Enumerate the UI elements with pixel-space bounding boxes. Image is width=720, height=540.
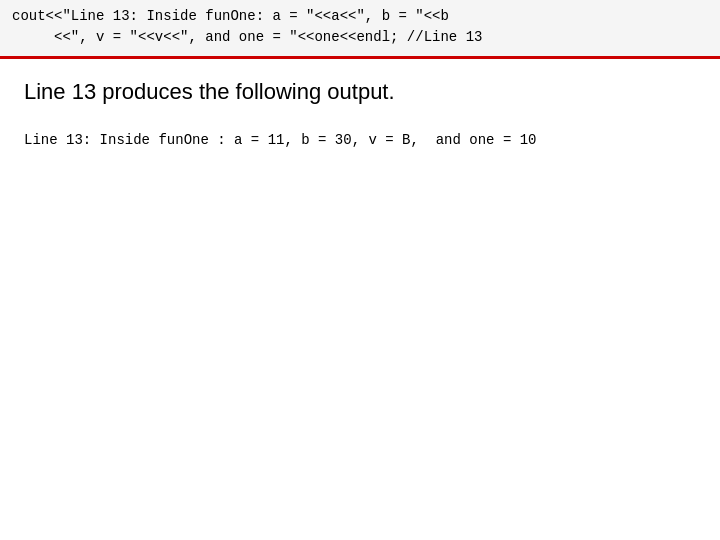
top-code-section: cout<<"Line 13: Inside funOne: a = "<<a<…: [0, 0, 720, 59]
code-line-2: <<", v = "<<v<<", and one = "<<one<<endl…: [12, 27, 708, 48]
output-line: Line 13: Inside funOne : a = 11, b = 30,…: [24, 129, 696, 151]
main-content: Line 13 produces the following output. L…: [0, 59, 720, 171]
code-line-1: cout<<"Line 13: Inside funOne: a = "<<a<…: [12, 6, 708, 27]
description-paragraph: Line 13 produces the following output.: [24, 79, 696, 105]
